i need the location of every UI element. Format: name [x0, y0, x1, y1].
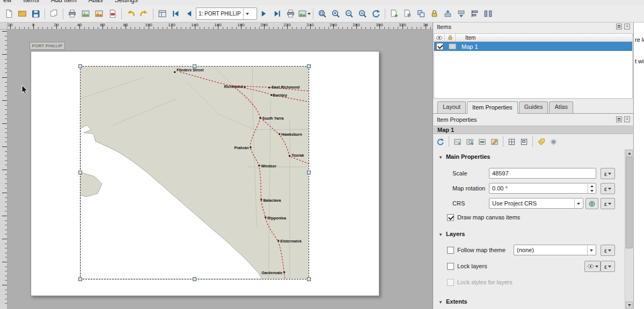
- rotation-spinbox[interactable]: 0.00 °: [489, 183, 596, 194]
- section-layers[interactable]: ▼Layers: [438, 231, 465, 237]
- menu-settings[interactable]: Settings: [114, 0, 137, 4]
- eye-icon: [587, 263, 594, 270]
- spinbox-arrows[interactable]: [588, 184, 595, 193]
- map-theme-combo[interactable]: (none): [514, 245, 596, 255]
- menu-items[interactable]: Items: [23, 0, 39, 4]
- selection-handle[interactable]: [193, 277, 196, 281]
- zoom-full-button[interactable]: [316, 7, 329, 21]
- properties-scrollbar[interactable]: [625, 149, 633, 309]
- crs-select-button[interactable]: [586, 198, 598, 209]
- export-svg-button[interactable]: [92, 7, 106, 21]
- zoom-in-button[interactable]: [329, 7, 342, 21]
- scale-data-defined-button[interactable]: ε: [601, 168, 615, 179]
- scrollbar-thumb[interactable]: [626, 157, 633, 248]
- set-scale-button[interactable]: [476, 136, 488, 148]
- align-items-button[interactable]: [468, 7, 481, 21]
- close-panel-button[interactable]: ×: [624, 24, 630, 30]
- rotation-data-defined-button[interactable]: ε: [601, 183, 615, 194]
- update-preview-button[interactable]: [434, 136, 447, 148]
- export-image-button[interactable]: [79, 7, 92, 21]
- section-extents[interactable]: ▼Extents: [438, 298, 467, 305]
- selection-handle[interactable]: [78, 64, 82, 68]
- group-items-button[interactable]: [414, 7, 428, 21]
- set-extent-button[interactable]: [451, 136, 464, 148]
- lock-styles-checkbox[interactable]: [447, 279, 454, 286]
- lock-layers-data-defined-button[interactable]: ε: [601, 261, 615, 272]
- undo-button[interactable]: [124, 7, 137, 21]
- export-atlas-button[interactable]: [297, 7, 311, 21]
- layout-canvas[interactable]: PORT PHILLIP: [8, 30, 433, 309]
- raise-items-button[interactable]: [441, 7, 455, 21]
- selection-handle[interactable]: [307, 64, 311, 68]
- section-main-properties[interactable]: ▼Main Properties: [438, 153, 490, 160]
- layout-page[interactable]: Flinders Street Richmond East Richmond B…: [31, 51, 379, 296]
- lock-icon: [430, 9, 439, 18]
- ruler-label: 180: [237, 23, 244, 27]
- export-pdf-button[interactable]: [106, 7, 119, 21]
- page-properties-button[interactable]: [401, 7, 414, 21]
- crs-data-defined-button[interactable]: ε: [601, 198, 615, 209]
- atlas-feature-combo[interactable]: 1: PORT PHILLIP: [196, 8, 257, 20]
- item-properties-body: ▼Main Properties Scale 48597 ε Map rotat…: [433, 149, 633, 309]
- items-list[interactable]: Map 1: [434, 42, 633, 99]
- menu-atlas[interactable]: Atlas: [89, 0, 103, 4]
- tab-layout[interactable]: Layout: [437, 101, 466, 113]
- theme-data-defined-button[interactable]: ε: [601, 245, 615, 256]
- float-panel-button[interactable]: [616, 116, 622, 122]
- refresh-view-button[interactable]: [369, 7, 383, 21]
- print-button[interactable]: [65, 7, 79, 21]
- selection-handle[interactable]: [193, 64, 196, 68]
- selection-handle[interactable]: [78, 171, 82, 174]
- follow-map-theme-checkbox[interactable]: [447, 247, 454, 254]
- clipping-settings-button[interactable]: [547, 136, 560, 148]
- items-row-map1[interactable]: Map 1: [434, 42, 632, 51]
- print-atlas-button[interactable]: [284, 7, 297, 21]
- item-visibility-checkbox[interactable]: [436, 43, 443, 50]
- tab-atlas[interactable]: Atlas: [549, 101, 573, 113]
- atlas-first-button[interactable]: [169, 7, 182, 21]
- tab-guides[interactable]: Guides: [519, 101, 548, 113]
- zoom-actual-button[interactable]: [356, 7, 369, 21]
- edit-extent-button[interactable]: [488, 136, 501, 148]
- overview-button[interactable]: [518, 136, 530, 148]
- save-project-button[interactable]: [29, 7, 42, 21]
- close-panel-button[interactable]: ×: [624, 116, 630, 122]
- add-pages-button[interactable]: [387, 7, 401, 21]
- atlas-prev-button[interactable]: [182, 7, 196, 21]
- tab-item-properties[interactable]: Item Properties: [467, 101, 518, 114]
- menu-add-item[interactable]: Add Item: [51, 0, 77, 4]
- view-extent-button[interactable]: [464, 136, 476, 148]
- atlas-next-button[interactable]: [257, 7, 270, 21]
- lower-items-button[interactable]: [455, 7, 468, 21]
- printer-icon: [286, 9, 295, 18]
- show-grid-button[interactable]: [506, 136, 518, 148]
- lock-items-button[interactable]: [428, 7, 441, 21]
- labels-settings-button[interactable]: [535, 136, 547, 148]
- atlas-settings-button[interactable]: [156, 7, 169, 21]
- scroll-down-button[interactable]: [626, 301, 633, 308]
- selection-handle[interactable]: [307, 171, 311, 174]
- folder-icon: [18, 9, 27, 18]
- atlas-last-button[interactable]: [270, 7, 284, 21]
- float-panel-button[interactable]: [616, 24, 622, 30]
- menu-view[interactable]: ew: [3, 0, 11, 4]
- ruler-label: 20: [54, 23, 59, 27]
- draw-canvas-items-checkbox[interactable]: [447, 214, 454, 221]
- zoom-out-button[interactable]: [342, 7, 356, 21]
- selection-handle[interactable]: [307, 277, 311, 281]
- map-item[interactable]: Flinders Street Richmond East Richmond B…: [80, 66, 309, 279]
- distribute-items-button[interactable]: [481, 7, 495, 21]
- layout-manager-button[interactable]: [16, 7, 29, 21]
- scroll-up-button[interactable]: [626, 150, 633, 157]
- crs-combo[interactable]: Use Project CRS: [489, 198, 583, 209]
- visible-layers-button[interactable]: [584, 261, 601, 272]
- new-layout-button[interactable]: [2, 7, 16, 21]
- duplicate-layout-button[interactable]: [47, 7, 61, 21]
- ruler-label: 280: [353, 23, 360, 27]
- svg-text:Burnley: Burnley: [273, 93, 287, 98]
- redo-button[interactable]: [137, 7, 151, 21]
- lock-layers-checkbox[interactable]: [447, 263, 454, 270]
- scale-input[interactable]: 48597: [489, 168, 596, 179]
- ruler-label: 120: [168, 23, 175, 27]
- selection-handle[interactable]: [78, 277, 82, 281]
